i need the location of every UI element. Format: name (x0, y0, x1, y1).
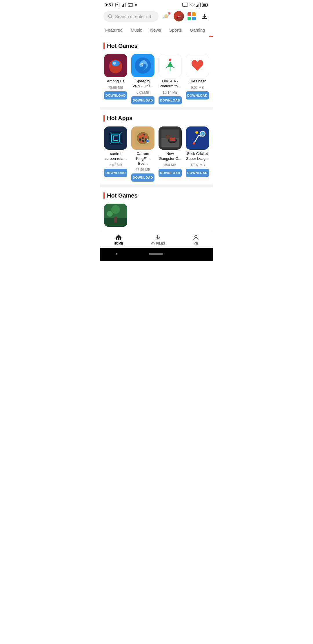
vpn-icon: V (128, 3, 133, 7)
svg-rect-11 (197, 5, 198, 7)
recents-button[interactable]: □ (194, 251, 197, 257)
game1-icon[interactable] (104, 204, 127, 227)
me-icon (192, 234, 199, 241)
diksha-download[interactable]: DOWNLOAD (159, 96, 182, 104)
hot-apps-grid: control screen rota... 2.07 MB DOWNLOAD (103, 126, 210, 182)
likes-hash-size: 9.07 MB (191, 86, 204, 90)
svg-rect-10 (196, 6, 197, 7)
stick-cricket-name: Stick Cricket Super Leag... (186, 151, 209, 161)
svg-point-17 (108, 15, 112, 18)
speedify-icon[interactable] (131, 54, 154, 77)
bottom-nav-me[interactable]: ME (187, 233, 205, 246)
carrom-king-size: 47.96 MB (135, 168, 150, 172)
svg-rect-21 (110, 68, 113, 71)
tab-news[interactable]: News (146, 24, 165, 37)
me-label: ME (194, 242, 199, 245)
hot-games-section-1: Hot Games Among Us 78.66 MB DOWNLOAD (100, 37, 213, 107)
among-us-icon[interactable] (104, 54, 127, 77)
hot-games-section-2: Hot Games (100, 184, 213, 230)
svg-rect-1 (117, 4, 117, 5)
hot-games-title-1: Hot Games (103, 42, 210, 49)
svg-point-57 (193, 142, 195, 144)
search-bar-row: Search or enter url 🪐 🚗 (100, 8, 213, 24)
among-us-download[interactable]: DOWNLOAD (104, 91, 127, 100)
svg-point-40 (139, 138, 141, 141)
hot-apps-title: Hot Apps (103, 115, 210, 122)
svg-rect-9 (183, 3, 188, 6)
new-gangster-name: New Gangster C... (159, 151, 182, 161)
app-card-new-gangster: New Gangster C... 354 MB DOWNLOAD (158, 126, 182, 182)
signal-icon (196, 3, 201, 7)
home-icon (115, 234, 122, 241)
control-rotate-size: 2.07 MB (109, 163, 122, 167)
tab-apps[interactable]: Apps (209, 24, 213, 37)
bottom-nav-myfiles[interactable]: MY FILES (145, 233, 171, 246)
wifi-icon (189, 3, 195, 7)
svg-point-38 (139, 135, 141, 138)
chart-icon (121, 3, 126, 7)
svg-rect-4 (123, 4, 124, 7)
new-gangster-size: 354 MB (164, 163, 176, 167)
nav-tabs: Featured Music News Sports Gaming Apps (100, 24, 213, 37)
diksha-icon[interactable] (159, 54, 182, 77)
tab-featured[interactable]: Featured (101, 24, 127, 37)
bottom-nav-home[interactable]: HOME (108, 233, 129, 246)
svg-rect-63 (114, 217, 117, 222)
dot-icon (135, 4, 137, 6)
app-card-stick-cricket: S Stick Cricket Super Leag... 37.07 MB D… (185, 126, 210, 182)
app-card-among-us: Among Us 78.66 MB DOWNLOAD (103, 54, 128, 104)
status-bar: 3:51 V (100, 0, 213, 8)
tab-sports[interactable]: Sports (165, 24, 186, 37)
grid-menu-button[interactable] (186, 11, 197, 21)
svg-rect-12 (199, 4, 199, 7)
svg-point-45 (143, 134, 145, 135)
stick-cricket-size: 37.07 MB (190, 163, 205, 167)
myfiles-icon (154, 234, 161, 241)
tab-gaming[interactable]: Gaming (186, 24, 209, 37)
back-button[interactable]: ‹ (116, 251, 117, 257)
diksha-size: 10.14 MB (163, 91, 177, 95)
hot-games-grid-1: Among Us 78.66 MB DOWNLOAD Speedify VPN … (103, 54, 210, 104)
likes-hash-name: Likes hash (188, 79, 206, 84)
speedify-download[interactable]: DOWNLOAD (131, 96, 154, 104)
battery-icon (202, 3, 208, 7)
tab-music[interactable]: Music (127, 24, 146, 37)
diksha-name: DIKSHA - Platform fo... (159, 79, 182, 89)
svg-point-8 (135, 4, 137, 6)
svg-point-46 (146, 140, 149, 142)
new-gangster-download[interactable]: DOWNLOAD (159, 169, 182, 177)
new-gangster-icon[interactable] (159, 126, 182, 150)
app-card-control-rotate: control screen rota... 2.07 MB DOWNLOAD (103, 126, 128, 182)
likes-hash-download[interactable]: DOWNLOAD (186, 91, 209, 100)
home-pill[interactable] (149, 253, 163, 255)
svg-rect-16 (203, 4, 206, 6)
svg-rect-2 (117, 4, 118, 5)
carrom-king-download[interactable]: DOWNLOAD (131, 173, 154, 182)
planet-button[interactable]: 🪐 (161, 11, 171, 21)
hot-apps-section: Hot Apps control screen rota... 2.07 MB … (100, 107, 213, 185)
stick-cricket-download[interactable]: DOWNLOAD (186, 169, 209, 177)
speedify-name: Speedify VPN - Unli... (131, 79, 154, 89)
svg-point-61 (111, 205, 120, 214)
status-time: 3:51 (105, 2, 113, 7)
download-header-button[interactable] (199, 11, 210, 21)
svg-point-62 (107, 211, 113, 217)
android-nav-bar: ‹ □ (100, 248, 213, 261)
svg-rect-5 (125, 3, 125, 7)
carrom-king-name: Carrom King™ - Bes... (131, 151, 154, 166)
control-rotate-icon[interactable] (104, 126, 127, 150)
search-input-wrap[interactable]: Search or enter url (103, 11, 159, 22)
likes-hash-icon[interactable] (186, 54, 209, 77)
control-rotate-download[interactable]: DOWNLOAD (104, 169, 127, 177)
svg-point-39 (145, 135, 147, 138)
hot-games-grid-2 (103, 204, 210, 227)
search-icon (108, 14, 113, 19)
avatar-button[interactable]: 🚗 (174, 11, 184, 21)
among-us-size: 78.66 MB (108, 86, 123, 90)
stick-cricket-icon[interactable]: S (186, 126, 209, 150)
cast-icon (182, 3, 188, 7)
svg-line-18 (111, 17, 112, 18)
bottom-nav: HOME MY FILES ME (100, 230, 213, 248)
speedify-size: 6.03 MB (137, 91, 150, 95)
carrom-king-icon[interactable] (131, 126, 154, 150)
